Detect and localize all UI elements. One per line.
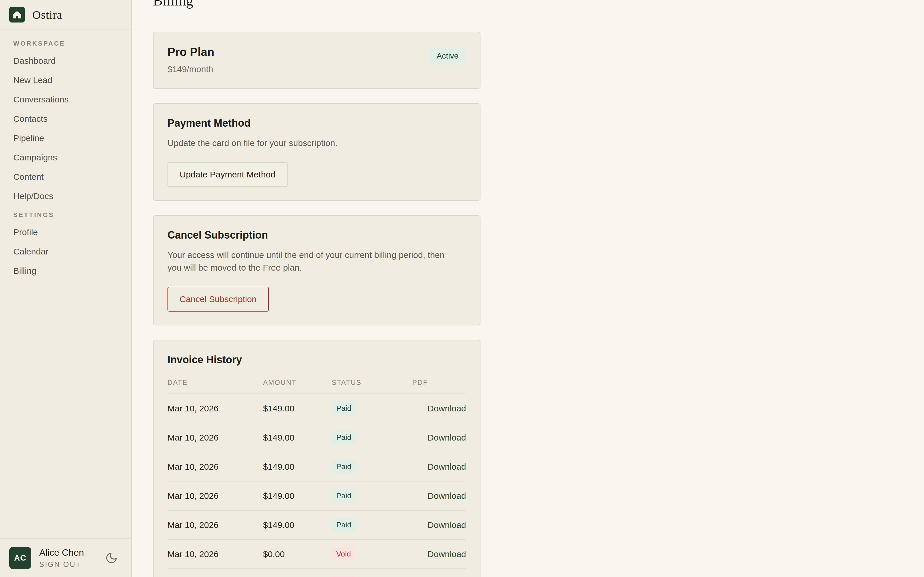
user-name: Alice Chen: [39, 547, 97, 558]
sidebar-item-dashboard[interactable]: Dashboard: [13, 56, 118, 65]
sidebar-item-contacts[interactable]: Contacts: [13, 114, 118, 123]
sidebar: Ostira WORKSPACE DashboardNew LeadConver…: [0, 0, 132, 577]
invoice-row: Mar 10, 2026$149.00PaidDownload: [168, 394, 466, 423]
sidebar-item-content[interactable]: Content: [13, 172, 118, 181]
invoice-date: Mar 10, 2026: [168, 423, 263, 452]
page-header: Billing: [132, 0, 924, 13]
invoice-pdf-cell: Download: [412, 394, 466, 423]
sidebar-spacer: [0, 286, 131, 538]
sidebar-item-conversations[interactable]: Conversations: [13, 95, 118, 104]
invoice-status-badge: Paid: [332, 459, 356, 474]
invoice-download-link[interactable]: Download: [428, 520, 466, 530]
billing-content: Pro Plan $149/month Active Payment Metho…: [132, 13, 924, 577]
plan-price: $149/month: [168, 64, 214, 74]
invoice-status-badge: Void: [332, 547, 356, 561]
plan-info: Pro Plan $149/month: [168, 45, 214, 74]
invoice-pdf-cell: Download: [412, 481, 466, 510]
update-payment-method-button[interactable]: Update Payment Method: [168, 162, 288, 187]
sign-out-button[interactable]: SIGN OUT: [39, 560, 97, 569]
invoice-table-body: Mar 10, 2026$149.00PaidDownloadMar 10, 2…: [168, 394, 466, 577]
invoice-status-cell: Paid: [332, 423, 412, 452]
invoice-amount: $149.00: [263, 394, 332, 423]
invoice-row: Mar 10, 2026$0.00VoidDownload: [168, 540, 466, 569]
house-icon: [9, 7, 25, 23]
app-window: Ostira WORKSPACE DashboardNew LeadConver…: [0, 0, 924, 577]
sidebar-item-new-lead[interactable]: New Lead: [13, 76, 118, 85]
invoice-status-cell: Paid: [332, 452, 412, 481]
main-area: Billing Pro Plan $149/month Active Payme…: [132, 0, 924, 577]
invoice-status-cell: Paid: [332, 394, 412, 423]
avatar: AC: [9, 547, 31, 569]
plan-name: Pro Plan: [168, 45, 214, 58]
invoice-amount: $149.00: [263, 423, 332, 452]
invoice-pdf-cell: Download: [412, 452, 466, 481]
invoice-date: Mar 10, 2026: [168, 452, 263, 481]
nav-list: DashboardNew LeadConversationsContactsPi…: [13, 56, 118, 200]
invoice-date: Mar 10, 2026: [168, 540, 263, 569]
invoice-history-title: Invoice History: [168, 354, 466, 366]
cancel-subscription-description: Your access will continue until the end …: [168, 249, 459, 274]
plan-card: Pro Plan $149/month Active: [153, 32, 480, 89]
invoice-status-badge: Paid: [332, 489, 356, 503]
invoice-download-link[interactable]: Download: [428, 491, 466, 501]
invoice-download-link[interactable]: Download: [428, 433, 466, 442]
invoice-date: Mar 10, 2026: [168, 394, 263, 423]
invoice-pdf-cell: Download: [412, 510, 466, 540]
invoice-status-cell: Void: [332, 540, 412, 569]
nav-section-workspace: WORKSPACE DashboardNew LeadConversations…: [13, 40, 118, 200]
invoice-row: Mar 10, 2026$149.00PaidDownload: [168, 481, 466, 510]
sidebar-item-billing[interactable]: Billing: [13, 267, 118, 275]
brand-header: Ostira: [0, 0, 131, 30]
invoice-amount: $0.00: [263, 540, 332, 569]
payment-method-title: Payment Method: [168, 117, 466, 129]
cancel-subscription-card: Cancel Subscription Your access will con…: [153, 215, 480, 326]
nav-list: ProfileCalendarBilling: [13, 228, 118, 275]
invoice-status-badge: Paid: [332, 430, 356, 445]
invoice-date: Mar 10, 2026: [168, 481, 263, 510]
invoice-status-cell: Paid: [332, 510, 412, 540]
sidebar-item-profile[interactable]: Profile: [13, 228, 118, 237]
nav-section-label: WORKSPACE: [13, 40, 118, 47]
invoice-date: Mar 10, 2026: [168, 510, 263, 540]
sidebar-item-campaigns[interactable]: Campaigns: [13, 153, 118, 162]
column-header-pdf: PDF: [412, 379, 466, 394]
invoice-download-link[interactable]: Download: [428, 549, 466, 559]
invoice-amount: $149.00: [263, 510, 332, 540]
cancel-subscription-title: Cancel Subscription: [168, 229, 466, 241]
nav-section-settings: SETTINGS ProfileCalendarBilling: [13, 211, 118, 275]
sidebar-item-calendar[interactable]: Calendar: [13, 247, 118, 256]
column-header-status: STATUS: [332, 379, 412, 394]
invoice-download-link[interactable]: Download: [428, 404, 466, 413]
payment-method-card: Payment Method Update the card on file f…: [153, 103, 480, 201]
cancel-subscription-button[interactable]: Cancel Subscription: [168, 287, 269, 311]
invoice-pdf-cell: Download: [412, 540, 466, 569]
invoice-table-header-row: DATE AMOUNT STATUS PDF: [168, 379, 466, 394]
nav-section-label: SETTINGS: [13, 211, 118, 219]
invoice-download-link[interactable]: Download: [428, 462, 466, 471]
brand-name: Ostira: [32, 8, 62, 22]
invoice-date: Mar 10, 2026: [168, 569, 263, 577]
sidebar-item-pipeline[interactable]: Pipeline: [13, 134, 118, 142]
invoice-amount: $149.00: [263, 481, 332, 510]
invoice-status-badge: Paid: [332, 401, 356, 416]
payment-method-description: Update the card on file for your subscri…: [168, 137, 466, 150]
column-header-amount: AMOUNT: [263, 379, 332, 394]
invoice-row: Mar 10, 2026$149.00PaidDownload: [168, 423, 466, 452]
moon-icon[interactable]: [105, 551, 118, 564]
user-meta: Alice Chen SIGN OUT: [39, 547, 97, 569]
invoice-table: DATE AMOUNT STATUS PDF Mar 10, 2026$149.…: [168, 379, 466, 577]
invoice-amount: $149.00: [263, 452, 332, 481]
sidebar-item-help-docs[interactable]: Help/Docs: [13, 192, 118, 200]
invoice-amount: $0.00: [263, 569, 332, 577]
plan-status-badge: Active: [429, 47, 466, 64]
invoice-row: Mar 10, 2026$149.00PaidDownload: [168, 510, 466, 540]
invoice-history-card: Invoice History DATE AMOUNT STATUS PDF M…: [153, 340, 480, 577]
invoice-status-cell: Paid: [332, 481, 412, 510]
invoice-row: Mar 10, 2026$0.00VoidDownload: [168, 569, 466, 577]
page-title: Billing: [153, 0, 193, 9]
user-panel: AC Alice Chen SIGN OUT: [0, 538, 131, 577]
invoice-status-cell: Void: [332, 569, 412, 577]
invoice-status-badge: Paid: [332, 518, 356, 532]
invoice-row: Mar 10, 2026$149.00PaidDownload: [168, 452, 466, 481]
invoice-pdf-cell: Download: [412, 423, 466, 452]
